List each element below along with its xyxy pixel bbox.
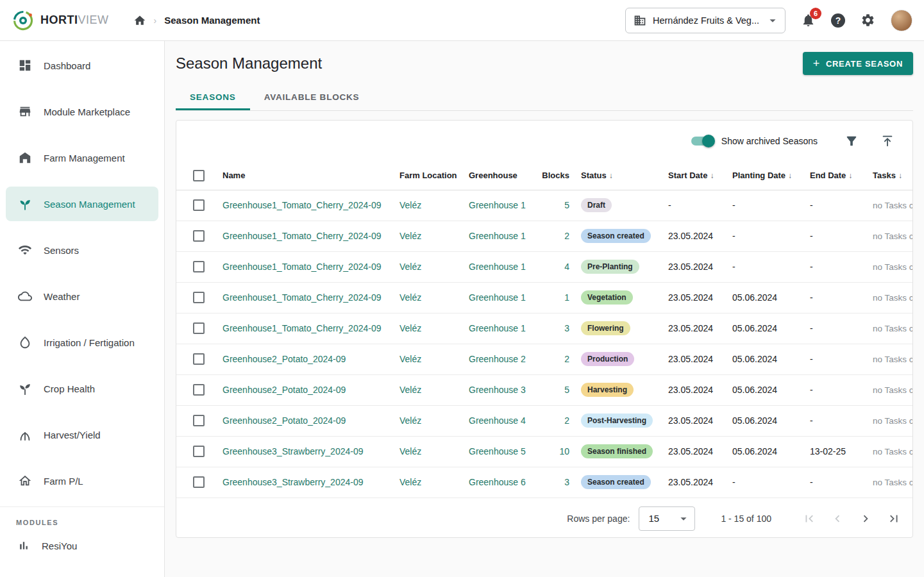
status-badge: Draft xyxy=(581,198,612,212)
farm-location-link[interactable]: Veléz xyxy=(399,415,421,426)
sidebar-item-module-marketplace[interactable]: Module Marketplace xyxy=(0,88,164,135)
blocks-link[interactable]: 2 xyxy=(564,354,569,364)
table-row: Greenhouse1_Tomato_Cherry_2024-09 Veléz … xyxy=(176,251,912,282)
blocks-link[interactable]: 2 xyxy=(564,231,569,241)
first-page-button[interactable] xyxy=(800,509,819,528)
harvest-icon xyxy=(18,428,32,442)
farm-location-link[interactable]: Veléz xyxy=(399,323,421,333)
season-name-link[interactable]: Greenhouse2_Potato_2024-09 xyxy=(223,415,346,426)
notifications-bell-icon[interactable]: 6 xyxy=(801,13,816,28)
row-checkbox[interactable] xyxy=(193,199,205,211)
season-name-link[interactable]: Greenhouse1_Tomato_Cherry_2024-09 xyxy=(223,262,382,272)
tab-available-blocks[interactable]: AVAILABLE BLOCKS xyxy=(250,83,374,110)
col-header-tasks[interactable]: Tasks↓ xyxy=(873,162,912,190)
sensors-icon xyxy=(18,243,32,257)
blocks-link[interactable]: 1 xyxy=(564,292,569,303)
season-name-link[interactable]: Greenhouse1_Tomato_Cherry_2024-09 xyxy=(223,231,382,241)
greenhouse-link[interactable]: Greenhouse 1 xyxy=(469,292,526,303)
season-name-link[interactable]: Greenhouse3_Strawberry_2024-09 xyxy=(223,477,363,487)
col-header-status[interactable]: Status↓ xyxy=(581,162,668,190)
brand-logo[interactable]: HORTIVIEW xyxy=(12,9,109,32)
rows-per-page-select[interactable]: 15 xyxy=(639,506,695,531)
row-checkbox[interactable] xyxy=(193,476,205,488)
sidebar-item-season-management[interactable]: Season Management xyxy=(0,181,164,227)
row-checkbox[interactable] xyxy=(193,230,205,242)
row-checkbox[interactable] xyxy=(193,292,205,303)
company-selector[interactable]: Hernández Fruits & Veg... xyxy=(625,8,785,33)
table-row: Greenhouse2_Potato_2024-09 Veléz Greenho… xyxy=(176,344,912,374)
row-checkbox[interactable] xyxy=(193,261,205,272)
sidebar-item-resiyou[interactable]: ResiYou xyxy=(16,526,164,552)
season-name-link[interactable]: Greenhouse1_Tomato_Cherry_2024-09 xyxy=(223,323,382,333)
greenhouse-link[interactable]: Greenhouse 1 xyxy=(469,231,526,241)
sidebar-item-weather[interactable]: Weather xyxy=(0,273,164,319)
company-name: Hernández Fruits & Veg... xyxy=(653,15,759,26)
farm-location-link[interactable]: Veléz xyxy=(399,354,421,364)
user-avatar[interactable] xyxy=(891,10,912,31)
previous-page-button[interactable] xyxy=(828,509,847,528)
row-checkbox[interactable] xyxy=(193,415,205,426)
greenhouse-link[interactable]: Greenhouse 1 xyxy=(469,323,526,333)
sidebar-item-dashboard[interactable]: Dashboard xyxy=(0,42,164,88)
blocks-link[interactable]: 3 xyxy=(564,323,569,333)
season-name-link[interactable]: Greenhouse1_Tomato_Cherry_2024-09 xyxy=(223,200,382,210)
farm-location-link[interactable]: Veléz xyxy=(399,385,421,395)
seasons-card: Show archived Seasons xyxy=(176,120,913,538)
greenhouse-link[interactable]: Greenhouse 5 xyxy=(469,446,526,456)
row-checkbox[interactable] xyxy=(193,322,205,334)
create-season-button[interactable]: + CREATE SEASON xyxy=(803,52,913,75)
sidebar-item-crop-health[interactable]: Crop Health xyxy=(0,365,164,412)
next-page-button[interactable] xyxy=(856,509,875,528)
sidebar-item-label: Weather xyxy=(44,291,80,302)
end-date: - xyxy=(810,251,873,282)
sidebar-item-irrigation[interactable]: Irrigation / Fertigation xyxy=(0,319,164,365)
season-name-link[interactable]: Greenhouse1_Tomato_Cherry_2024-09 xyxy=(223,292,382,303)
table-row: Greenhouse3_Strawberry_2024-09 Veléz Gre… xyxy=(176,467,912,498)
row-checkbox[interactable] xyxy=(193,353,205,365)
greenhouse-link[interactable]: Greenhouse 3 xyxy=(469,385,526,395)
blocks-link[interactable]: 5 xyxy=(564,200,569,210)
row-checkbox[interactable] xyxy=(193,446,205,457)
dashboard-icon xyxy=(18,58,32,72)
season-name-link[interactable]: Greenhouse2_Potato_2024-09 xyxy=(223,385,346,395)
show-archived-toggle[interactable] xyxy=(691,137,713,146)
blocks-link[interactable]: 3 xyxy=(564,477,569,487)
home-icon[interactable] xyxy=(133,14,146,27)
export-icon[interactable] xyxy=(880,134,895,148)
settings-gear-icon[interactable] xyxy=(861,13,875,28)
last-page-button[interactable] xyxy=(884,509,903,528)
season-icon xyxy=(18,197,32,211)
row-checkbox[interactable] xyxy=(193,384,205,396)
col-header-end-date[interactable]: End Date↓ xyxy=(810,162,873,190)
help-icon[interactable]: ? xyxy=(831,13,845,28)
sidebar-item-harvest-yield[interactable]: Harvest/Yield xyxy=(0,412,164,458)
sidebar-item-farm-management[interactable]: Farm Management xyxy=(0,135,164,181)
farm-location-link[interactable]: Veléz xyxy=(399,200,421,210)
season-name-link[interactable]: Greenhouse2_Potato_2024-09 xyxy=(223,354,346,364)
greenhouse-link[interactable]: Greenhouse 1 xyxy=(469,200,526,210)
greenhouse-link[interactable]: Greenhouse 6 xyxy=(469,477,526,487)
filter-icon[interactable] xyxy=(844,134,859,148)
sidebar-item-farm-pl[interactable]: Farm P/L xyxy=(0,458,164,504)
col-header-planting-date[interactable]: Planting Date↓ xyxy=(732,162,810,190)
col-header-start-date[interactable]: Start Date↓ xyxy=(668,162,732,190)
greenhouse-link[interactable]: Greenhouse 1 xyxy=(469,262,526,272)
greenhouse-link[interactable]: Greenhouse 4 xyxy=(469,415,526,426)
select-all-checkbox[interactable] xyxy=(193,170,205,181)
planting-date: 05.06.2024 xyxy=(732,436,810,467)
blocks-link[interactable]: 4 xyxy=(564,262,569,272)
farm-location-link[interactable]: Veléz xyxy=(399,262,421,272)
farm-location-link[interactable]: Veléz xyxy=(399,446,421,456)
season-name-link[interactable]: Greenhouse3_Strawberry_2024-09 xyxy=(223,446,363,456)
blocks-link[interactable]: 10 xyxy=(559,446,569,456)
greenhouse-link[interactable]: Greenhouse 2 xyxy=(469,354,526,364)
blocks-link[interactable]: 5 xyxy=(564,385,569,395)
farm-location-link[interactable]: Veléz xyxy=(399,231,421,241)
end-date: - xyxy=(810,190,873,221)
blocks-link[interactable]: 2 xyxy=(564,415,569,426)
planting-date: 05.06.2024 xyxy=(732,344,810,374)
sidebar-item-sensors[interactable]: Sensors xyxy=(0,227,164,273)
farm-location-link[interactable]: Veléz xyxy=(399,477,421,487)
farm-location-link[interactable]: Veléz xyxy=(399,292,421,303)
tab-seasons[interactable]: SEASONS xyxy=(176,83,250,110)
